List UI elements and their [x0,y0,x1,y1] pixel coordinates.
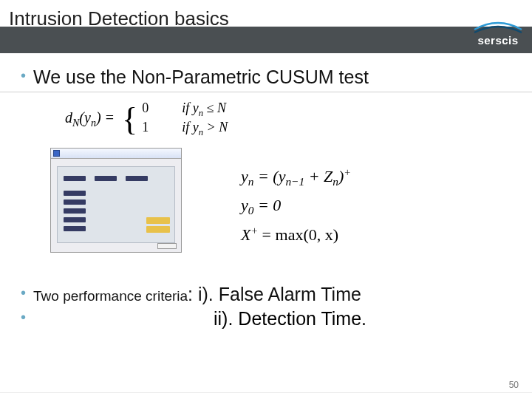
scr-block [64,176,86,181]
scr-button [146,217,170,224]
bullet-main: • We use the Non-Parametric CUSUM test [21,66,511,88]
scr-block [95,176,117,181]
scr-block [64,226,86,231]
brace-icon: { [122,106,137,132]
bullet-icon: • [21,66,26,84]
slide-body: • We use the Non-Parametric CUSUM test d… [0,53,532,330]
scr-block [64,208,86,214]
bullet-criteria-ii: • ii). Detection Time. [21,308,511,330]
criteria-line-2: ii). Detection Time. [214,308,366,330]
formula-lhs: dN(yn) = [65,109,115,129]
slide-title: Intrusion Detection basics [9,7,229,30]
formula-yn: yn = (yn−1 + Zn)+ [241,163,351,192]
screenshot-app-icon [53,150,60,157]
logo-swoosh-icon [471,19,525,35]
bullet-icon: • [21,284,26,301]
screenshot-panel [57,166,175,243]
case-0: 0 if yn ≤ N [142,100,228,119]
slide-header: Intrusion Detection basics serscis [0,0,532,53]
bullet-criteria-i: • Two performance criteria: i). False Al… [21,284,511,305]
page-number: 50 [509,380,519,390]
formula-column: yn = (yn−1 + Zn)+ y0 = 0 X+ = max(0, x) [241,163,351,249]
scr-button [146,226,170,233]
formula-xplus: X+ = max(0, x) [241,221,351,248]
formula-dn: dN(yn) = { 0 if yn ≤ N 1 if yn > N [65,100,511,139]
formula-cases: 0 if yn ≤ N 1 if yn > N [142,100,228,139]
scr-block [126,176,148,181]
bullet-icon: • [21,308,26,326]
bullet-main-text: We use the Non-Parametric CUSUM test [33,66,369,88]
scr-footer-button [157,243,177,249]
divider-line [0,92,532,92]
screenshot-titlebar [51,149,181,159]
embedded-screenshot [50,148,182,253]
title-bar [0,27,532,53]
brand-logo: serscis [471,19,525,47]
mid-row: yn = (yn−1 + Zn)+ y0 = 0 X+ = max(0, x) [21,148,511,253]
case-1: 1 if yn > N [142,119,228,138]
scr-block [64,191,86,196]
criteria-line-1: Two performance criteria: i). False Alar… [33,284,361,305]
footer-divider [0,392,532,393]
formula-y0: y0 = 0 [241,191,351,221]
logo-text: serscis [471,34,525,47]
criteria-block: • Two performance criteria: i). False Al… [21,284,511,330]
scr-block [64,217,86,222]
scr-block [64,200,86,205]
